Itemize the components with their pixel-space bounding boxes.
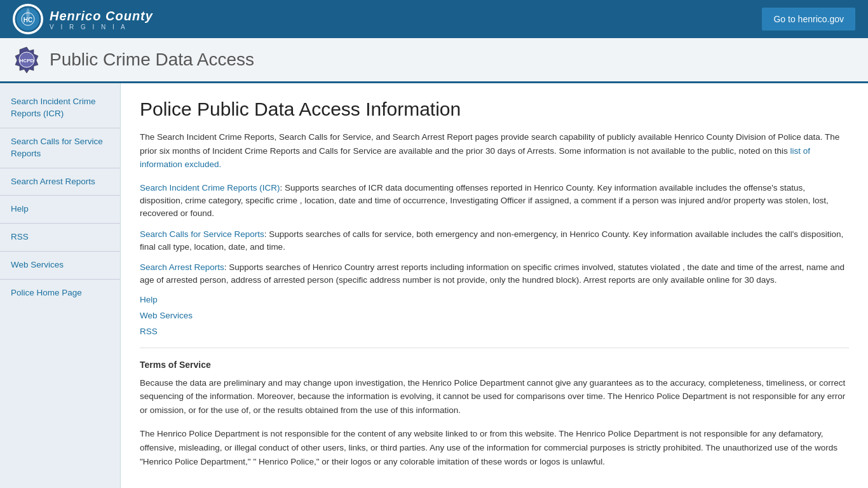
main-content: Police Public Data Access Information Th… — [121, 83, 868, 488]
sidebar-item-rss[interactable]: RSS — [0, 225, 120, 250]
sidebar-item-web-services[interactable]: Web Services — [0, 253, 120, 278]
header-logo-area: HC Henrico County V I R G I N I A — [13, 4, 153, 34]
sidebar-item-police-home[interactable]: Police Home Page — [0, 281, 120, 306]
header-state-name: V I R G I N I A — [50, 24, 153, 30]
web-services-standalone-link[interactable]: Web Services — [140, 311, 849, 320]
svg-text:HCPD: HCPD — [20, 58, 34, 64]
police-badge-icon: HCPD — [13, 46, 41, 74]
header-county-name: Henrico County — [50, 8, 153, 24]
sidebar-divider-2 — [0, 168, 120, 168]
rss-standalone-link[interactable]: RSS — [140, 327, 849, 336]
sidebar-item-search-arrest[interactable]: Search Arrest Reports — [0, 170, 120, 194]
sidebar-divider-6 — [0, 279, 120, 280]
icr-link[interactable]: Search Incident Crime Reports (ICR) — [140, 183, 280, 193]
sub-header: HCPD Public Crime Data Access — [0, 38, 868, 83]
sidebar: Search Incident Crime Reports (ICR) Sear… — [0, 83, 121, 488]
sidebar-item-search-incident[interactable]: Search Incident Crime Reports (ICR) — [0, 90, 120, 126]
sidebar-divider-5 — [0, 251, 120, 252]
goto-henrico-button[interactable]: Go to henrico.gov — [762, 8, 855, 30]
terms-paragraph-1: Because the data are preliminary and may… — [140, 376, 849, 417]
sidebar-divider-4 — [0, 223, 120, 224]
arrest-link[interactable]: Search Arrest Reports — [140, 262, 224, 272]
header-brand-text: Henrico County V I R G I N I A — [50, 8, 153, 30]
sidebar-divider-3 — [0, 195, 120, 196]
help-standalone-link[interactable]: Help — [140, 295, 849, 304]
header-logo: HC — [13, 4, 43, 34]
sidebar-item-help[interactable]: Help — [0, 197, 120, 222]
terms-paragraph-2: The Henrico Police Department is not res… — [140, 427, 849, 468]
content-heading: Police Public Data Access Information — [140, 98, 849, 120]
icr-section: Search Incident Crime Reports (ICR): Sup… — [140, 182, 849, 220]
calls-section: Search Calls for Service Reports: Suppor… — [140, 228, 849, 254]
top-header: HC Henrico County V I R G I N I A Go to … — [0, 0, 868, 38]
terms-heading: Terms of Service — [140, 360, 849, 370]
content-divider — [140, 348, 849, 348]
calls-link[interactable]: Search Calls for Service Reports — [140, 229, 264, 239]
main-layout: Search Incident Crime Reports (ICR) Sear… — [0, 83, 868, 488]
sidebar-item-search-calls[interactable]: Search Calls for Service Reports — [0, 130, 120, 166]
page-title: Public Crime Data Access — [50, 50, 254, 70]
intro-paragraph: The Search Incident Crime Reports, Searc… — [140, 130, 849, 172]
sidebar-divider — [0, 128, 120, 128]
arrest-section: Search Arrest Reports: Supports searches… — [140, 261, 849, 287]
